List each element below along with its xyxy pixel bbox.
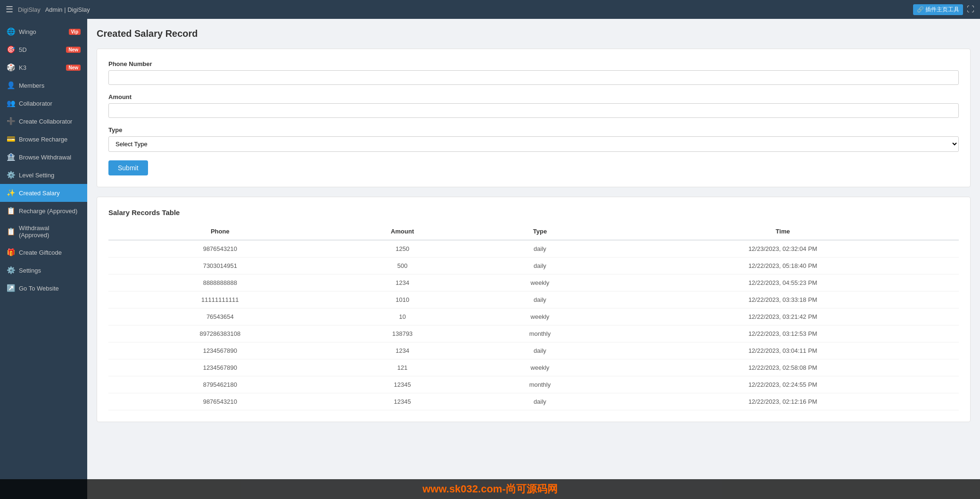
table-row: 12345678901234daily12/22/2023, 03:04:11 …: [108, 342, 959, 359]
sidebar-label-go-to-website: Go To Website: [19, 285, 59, 292]
submit-button[interactable]: Submit: [108, 160, 148, 175]
sidebar-item-recharge-approved[interactable]: 📋Recharge (Approved): [0, 202, 87, 220]
cell-amount: 10: [332, 308, 473, 325]
cell-type: monthly: [473, 325, 607, 342]
type-group: Type Select Typedailyweeklymonthly: [108, 126, 959, 152]
cell-type: daily: [473, 342, 607, 359]
created-salary-icon: ✨: [7, 189, 15, 197]
amount-group: Amount: [108, 93, 959, 118]
phone-input[interactable]: [108, 70, 959, 85]
salary-table: PhoneAmountTypeTime 98765432101250daily1…: [108, 223, 959, 410]
col-phone: Phone: [108, 223, 332, 240]
sidebar-label-withdrawal-approved: Withdrawal (Approved): [19, 225, 81, 239]
topbar-left: ☰ DigiSlay Admin | DigiSlay: [6, 4, 90, 15]
col-time: Time: [607, 223, 959, 240]
cell-time: 12/22/2023, 02:12:16 PM: [607, 393, 959, 410]
settings-icon: ⚙️: [7, 266, 15, 274]
sidebar-label-created-salary: Created Salary: [19, 190, 60, 197]
sidebar-item-browse-recharge[interactable]: 💳Browse Recharge: [0, 130, 87, 148]
table-row: 897286383108138793monthly12/22/2023, 03:…: [108, 325, 959, 342]
topbar-right: 🔗 插件主页工具 ⛶: [913, 4, 974, 15]
fullscreen-icon[interactable]: ⛶: [967, 5, 974, 14]
sidebar-item-5d[interactable]: 🎯5DNew: [0, 41, 87, 58]
sidebar-label-level-setting: Level Setting: [19, 172, 54, 179]
cell-phone: 1234567890: [108, 359, 332, 376]
sidebar-item-settings[interactable]: ⚙️Settings: [0, 261, 87, 279]
sidebar-label-settings: Settings: [19, 267, 41, 274]
topbar: ☰ DigiSlay Admin | DigiSlay 🔗 插件主页工具 ⛶: [0, 0, 980, 19]
type-label: Type: [108, 126, 959, 133]
cell-time: 12/22/2023, 04:55:23 PM: [607, 274, 959, 291]
k3-icon: 🎲: [7, 63, 15, 72]
cell-amount: 500: [332, 258, 473, 274]
cell-amount: 1234: [332, 274, 473, 291]
cell-phone: 9876543210: [108, 393, 332, 410]
table-row: 7303014951500daily12/22/2023, 05:18:40 P…: [108, 258, 959, 274]
amount-input[interactable]: [108, 103, 959, 118]
table-card: Salary Records Table PhoneAmountTypeTime…: [97, 197, 971, 422]
wingo-icon: 🌐: [7, 27, 15, 36]
sidebar-item-create-collaborator[interactable]: ➕Create Collaborator: [0, 112, 87, 130]
sidebar-label-collaborator: Collaborator: [19, 100, 52, 107]
sidebar-item-create-giftcode[interactable]: 🎁Create Giftcode: [0, 243, 87, 261]
cell-time: 12/23/2023, 02:32:04 PM: [607, 240, 959, 258]
cell-phone: 8888888888: [108, 274, 332, 291]
cell-type: daily: [473, 240, 607, 258]
hamburger-icon[interactable]: ☰: [6, 4, 13, 15]
cell-type: daily: [473, 393, 607, 410]
phone-label: Phone Number: [108, 60, 959, 67]
topbar-admin-label: Admin | DigiSlay: [45, 6, 90, 13]
sidebar-item-members[interactable]: 👤Members: [0, 76, 87, 94]
form-card: Phone Number Amount Type Select Typedail…: [97, 49, 971, 187]
withdrawal-approved-icon: 📋: [7, 227, 15, 236]
cell-phone: 7303014951: [108, 258, 332, 274]
cell-time: 12/22/2023, 02:24:55 PM: [607, 376, 959, 393]
connect-button[interactable]: 🔗 插件主页工具: [913, 4, 963, 15]
level-setting-icon: ⚙️: [7, 171, 15, 179]
sidebar-item-level-setting[interactable]: ⚙️Level Setting: [0, 166, 87, 184]
sidebar-item-wingo[interactable]: 🌐WingoVip: [0, 23, 87, 41]
col-type: Type: [473, 223, 607, 240]
sidebar-label-recharge-approved: Recharge (Approved): [19, 208, 77, 215]
recharge-approved-icon: 📋: [7, 207, 15, 215]
cell-amount: 1250: [332, 240, 473, 258]
table-title: Salary Records Table: [108, 208, 959, 216]
cell-phone: 897286383108: [108, 325, 332, 342]
sidebar-badge-5d: New: [66, 47, 81, 53]
sidebar-label-members: Members: [19, 82, 44, 89]
cell-amount: 138793: [332, 325, 473, 342]
cell-type: daily: [473, 258, 607, 274]
cell-type: weekly: [473, 308, 607, 325]
sidebar-item-browse-withdrawal[interactable]: 🏦Browse Withdrawal: [0, 148, 87, 166]
sidebar-item-created-salary[interactable]: ✨Created Salary: [0, 184, 87, 202]
table-row: 987654321012345daily12/22/2023, 02:12:16…: [108, 393, 959, 410]
phone-group: Phone Number: [108, 60, 959, 85]
sidebar-item-withdrawal-approved[interactable]: 📋Withdrawal (Approved): [0, 220, 87, 243]
table-row: 111111111111010daily12/22/2023, 03:33:18…: [108, 291, 959, 308]
sidebar-label-create-giftcode: Create Giftcode: [19, 249, 62, 256]
sidebar-item-collaborator[interactable]: 👥Collaborator: [0, 94, 87, 112]
cell-time: 12/22/2023, 05:18:40 PM: [607, 258, 959, 274]
browse-withdrawal-icon: 🏦: [7, 153, 15, 161]
cell-time: 12/22/2023, 03:04:11 PM: [607, 342, 959, 359]
type-select[interactable]: Select Typedailyweeklymonthly: [108, 136, 959, 152]
sidebar-badge-k3: New: [66, 65, 81, 71]
sidebar-label-create-collaborator: Create Collaborator: [19, 118, 72, 125]
cell-type: daily: [473, 291, 607, 308]
layout: 🌐WingoVip🎯5DNew🎲K3New👤Members👥Collaborat…: [0, 19, 980, 499]
collaborator-icon: 👥: [7, 99, 15, 108]
go-to-website-icon: ↗️: [7, 284, 15, 292]
amount-label: Amount: [108, 93, 959, 100]
cell-type: weekly: [473, 274, 607, 291]
cell-amount: 1010: [332, 291, 473, 308]
members-icon: 👤: [7, 81, 15, 90]
sidebar-item-go-to-website[interactable]: ↗️Go To Website: [0, 279, 87, 297]
cell-phone: 11111111111: [108, 291, 332, 308]
browse-recharge-icon: 💳: [7, 135, 15, 143]
sidebar-item-k3[interactable]: 🎲K3New: [0, 58, 87, 76]
sidebar-label-5d: 5D: [19, 46, 27, 53]
cell-phone: 8795462180: [108, 376, 332, 393]
col-amount: Amount: [332, 223, 473, 240]
cell-time: 12/22/2023, 03:21:42 PM: [607, 308, 959, 325]
page-title: Created Salary Record: [97, 28, 971, 39]
